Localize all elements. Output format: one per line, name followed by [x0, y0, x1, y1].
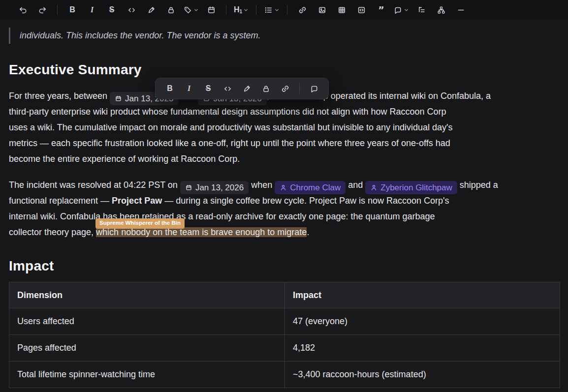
toolbar-separator	[287, 5, 287, 15]
text-line: metrics — each specific frustration look…	[9, 135, 560, 151]
table-icon	[337, 5, 347, 15]
italic-icon: I	[188, 85, 190, 92]
italic-icon: I	[91, 6, 94, 14]
list-icon	[264, 5, 273, 15]
undo-icon	[18, 5, 28, 15]
bold-text: Project Paw	[112, 196, 162, 206]
italic-button[interactable]: I	[181, 81, 197, 96]
collab-user-label: Supreme Whisperer of the Bin	[95, 218, 185, 229]
collab-selection-highlight: which nobody on the team is brave enough…	[96, 227, 307, 237]
toolbar-separator	[256, 5, 256, 15]
undo-button[interactable]	[14, 2, 31, 17]
text-run: — during a single coffee brew cycle. Pro…	[162, 196, 449, 206]
quote-button[interactable]: ”	[373, 2, 389, 17]
bold-button[interactable]: B	[162, 81, 178, 96]
text-line: internal wiki. Confabula has been retain…	[9, 209, 560, 224]
highlighter-button[interactable]	[239, 81, 254, 96]
redo-button[interactable]	[34, 2, 51, 17]
link-icon	[281, 84, 290, 93]
link-button[interactable]	[277, 81, 293, 96]
text-line: collector theory page, which nobody on t…	[9, 224, 560, 240]
date-pill[interactable]: Jan 13, 2026	[180, 181, 249, 194]
text-line: become the entire experience of working …	[9, 151, 560, 167]
text-run: functional replacement —	[9, 196, 112, 206]
strikethrough-icon: S	[109, 6, 115, 14]
heading-1-icon: H1	[234, 6, 242, 14]
selection-toolbar: BIS	[155, 78, 329, 99]
person-icon	[370, 184, 378, 191]
toolbar-separator	[57, 5, 58, 15]
highlighter-icon	[242, 84, 252, 93]
date-icon	[207, 5, 216, 15]
text-run: become the entire experience of working …	[9, 154, 240, 164]
divider-button[interactable]	[452, 2, 469, 17]
table-cell[interactable]: Users affected	[9, 308, 284, 334]
sitemap-icon	[437, 5, 446, 15]
blockquote-text: individuals. This includes the vendor. T…	[20, 30, 261, 40]
user-mention-pill[interactable]: Chrome Claw	[275, 181, 346, 194]
table-cell[interactable]: ~3,400 raccoon-hours (estimated)	[284, 362, 560, 388]
strikethrough-button[interactable]: S	[200, 81, 216, 96]
chevron-down-icon	[404, 7, 409, 13]
text-run: For three years, between	[9, 91, 110, 101]
table-header-cell: Dimension	[9, 282, 284, 308]
blockquote: individuals. This includes the vendor. T…	[9, 28, 560, 44]
highlighter-icon	[147, 5, 156, 15]
impact-table: DimensionImpactUsers affected47 (everyon…	[9, 282, 560, 388]
tag-button[interactable]	[182, 2, 200, 17]
lock-button[interactable]	[258, 81, 274, 96]
chevron-down-icon	[274, 7, 280, 13]
link-button[interactable]	[294, 2, 311, 17]
lock-icon	[261, 84, 271, 93]
text-run: .	[307, 227, 309, 237]
sitemap-button[interactable]	[433, 2, 449, 17]
divider-icon	[456, 5, 466, 15]
strikethrough-button[interactable]: S	[103, 2, 120, 17]
image-button[interactable]	[314, 2, 330, 17]
toolbar-separator	[226, 5, 226, 15]
table-cell[interactable]: Pages affected	[9, 335, 284, 361]
table-row: Pages affected4,182	[9, 334, 560, 361]
table-row: Total lifetime spinner-watching time~3,4…	[9, 361, 560, 388]
text-run: and	[346, 180, 365, 190]
table-button[interactable]	[333, 2, 350, 17]
code-block-icon	[357, 5, 366, 15]
text-run: metrics — each specific frustration look…	[9, 138, 450, 148]
table-header-row: DimensionImpact	[9, 282, 560, 308]
text-line: uses a wiki. The cumulative impact on mo…	[9, 120, 560, 135]
comment-icon	[393, 5, 403, 15]
code-block-button[interactable]	[353, 2, 370, 17]
inline-code-icon	[127, 5, 136, 15]
text-line: functional replacement — Project Paw — d…	[9, 193, 560, 209]
image-icon	[317, 5, 327, 15]
inline-code-button[interactable]	[123, 2, 140, 17]
comment-button[interactable]	[306, 81, 322, 96]
outline-button[interactable]	[413, 2, 430, 17]
table-row: Users affected47 (everyone)	[9, 308, 560, 334]
calendar-icon	[185, 184, 192, 191]
highlighter-button[interactable]	[143, 2, 159, 17]
lock-button[interactable]	[162, 2, 179, 17]
bold-button[interactable]: B	[64, 2, 81, 17]
tag-icon	[183, 5, 192, 15]
quote-icon: ”	[377, 5, 386, 15]
user-mention-pill[interactable]: Zyberion Glitchpaw	[365, 181, 457, 194]
table-cell[interactable]: Total lifetime spinner-watching time	[9, 362, 284, 388]
table-cell[interactable]: 4,182	[284, 335, 560, 361]
strikethrough-icon: S	[206, 85, 211, 92]
inline-code-button[interactable]	[220, 81, 235, 96]
heading-impact: Impact	[9, 258, 560, 274]
paragraph-incident-resolution: The incident was resolved at 04:22 PST o…	[9, 177, 560, 240]
comment-button[interactable]	[392, 2, 410, 17]
list-button[interactable]	[263, 2, 281, 17]
paragraph-executive-summary: For three years, between Jan 13, 2023 an…	[9, 88, 560, 167]
lock-icon	[166, 5, 176, 15]
top-toolbar: BISH1”	[0, 0, 568, 20]
text-line: third-party enterprise wiki product whos…	[9, 104, 560, 120]
date-button[interactable]	[203, 2, 220, 17]
italic-button[interactable]: I	[84, 2, 100, 17]
text-run: shipped a	[457, 180, 498, 190]
bold-icon: B	[167, 85, 173, 92]
heading-1-button[interactable]: H1	[233, 2, 250, 17]
table-cell[interactable]: 47 (everyone)	[284, 308, 560, 334]
